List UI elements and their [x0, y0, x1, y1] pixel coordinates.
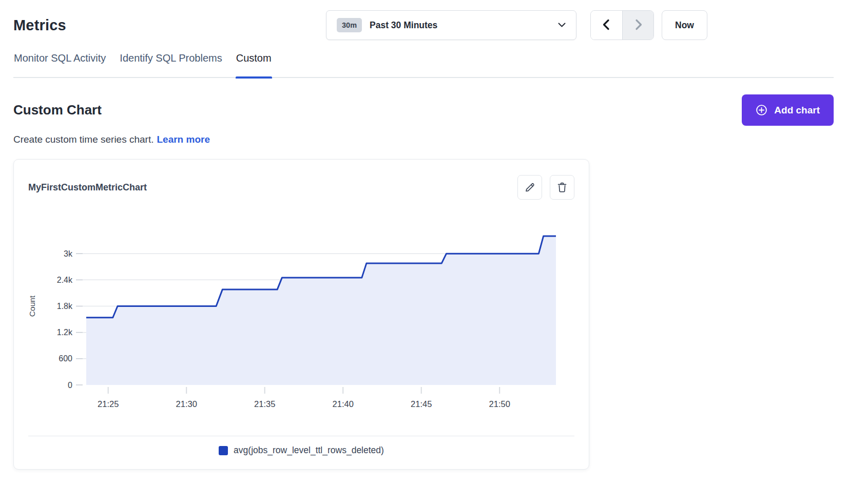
svg-text:21:45: 21:45: [411, 399, 432, 409]
page-title: Metrics: [13, 17, 66, 34]
add-chart-label: Add chart: [774, 105, 820, 116]
previous-interval-button[interactable]: [591, 11, 622, 40]
svg-text:2.4k: 2.4k: [57, 276, 73, 284]
svg-text:0: 0: [68, 381, 72, 390]
top-bar: Metrics 30m Past 30 Minutes: [13, 0, 834, 40]
chevron-left-icon: [600, 18, 613, 33]
svg-text:Count: Count: [28, 295, 36, 317]
custom-chart-card: MyFirstCustomMetricChart 06001.2k1.8k2.4…: [13, 159, 589, 470]
svg-text:21:25: 21:25: [98, 399, 119, 409]
page: Metrics 30m Past 30 Minutes: [0, 0, 847, 470]
tab-identify-sql-problems[interactable]: Identify SQL Problems: [119, 52, 222, 77]
svg-text:21:50: 21:50: [489, 399, 510, 409]
chart-legend: avg(jobs_row_level_ttl_rows_deleted): [28, 445, 574, 458]
time-range-badge: 30m: [337, 18, 362, 32]
plus-circle-icon: [756, 104, 767, 116]
section-header: Custom Chart Add chart: [13, 94, 834, 126]
svg-text:1.2k: 1.2k: [57, 328, 73, 337]
section-description-text: Create custom time series chart.: [13, 134, 153, 145]
chevron-down-icon: [558, 21, 566, 30]
card-divider: [28, 436, 574, 436]
next-interval-button[interactable]: [622, 11, 653, 40]
legend-label: avg(jobs_row_level_ttl_rows_deleted): [234, 445, 384, 456]
svg-text:21:30: 21:30: [176, 399, 197, 409]
timeseries-chart[interactable]: 06001.2k1.8k2.4k3k21:2521:3021:3521:4021…: [28, 218, 575, 413]
chevron-right-icon: [631, 18, 645, 33]
tab-monitor-sql-activity[interactable]: Monitor SQL Activity: [13, 52, 106, 77]
now-button[interactable]: Now: [662, 10, 707, 40]
svg-text:1.8k: 1.8k: [57, 302, 73, 311]
edit-chart-button[interactable]: [517, 175, 542, 200]
chart-actions: [517, 175, 574, 200]
delete-chart-button[interactable]: [550, 175, 574, 200]
chart-title: MyFirstCustomMetricChart: [28, 182, 147, 193]
svg-text:3k: 3k: [64, 249, 73, 258]
svg-text:600: 600: [59, 354, 72, 363]
add-chart-button[interactable]: Add chart: [742, 94, 834, 126]
tab-custom[interactable]: Custom: [236, 52, 272, 77]
tab-bar: Monitor SQL Activity Identify SQL Proble…: [13, 52, 834, 78]
chart-card-header: MyFirstCustomMetricChart: [28, 175, 574, 200]
trash-icon: [556, 181, 568, 193]
section-heading: Custom Chart: [13, 102, 102, 118]
svg-text:21:35: 21:35: [254, 399, 275, 409]
time-controls: 30m Past 30 Minutes Now: [326, 10, 707, 40]
legend-swatch: [219, 446, 228, 455]
section-description: Create custom time series chart.Learn mo…: [13, 134, 834, 145]
time-range-select[interactable]: 30m Past 30 Minutes: [326, 10, 576, 40]
time-step-group: [590, 10, 654, 40]
svg-text:21:40: 21:40: [333, 399, 354, 409]
pencil-icon: [524, 181, 536, 193]
time-range-label: Past 30 Minutes: [370, 20, 550, 31]
learn-more-link[interactable]: Learn more: [157, 134, 209, 145]
